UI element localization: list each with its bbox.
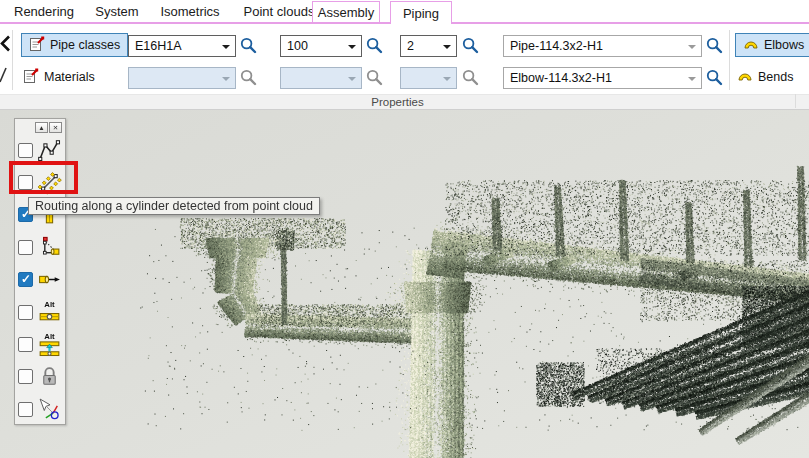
tooltip-text: Routing along a cylinder detected from p… <box>35 199 313 213</box>
checkbox-alt-cylinder[interactable] <box>18 305 33 320</box>
elbow-part-combobox[interactable]: Elbow-114.3x2-H1 <box>503 67 702 89</box>
alt-cylinder-icon[interactable]: Alt <box>36 298 62 326</box>
application-window: Rendering System Isometrics Point clouds… <box>0 0 809 458</box>
checkbox-extend-cylinder[interactable] <box>18 272 33 287</box>
elbows-button[interactable]: Elbows <box>735 33 809 57</box>
search-pipe-size-icon[interactable] <box>365 36 384 55</box>
chevron-down-icon[interactable] <box>222 45 230 49</box>
search-material-schedule-icon[interactable] <box>461 68 480 87</box>
elbow-icon <box>743 37 759 53</box>
bends-label: Bends <box>758 70 793 84</box>
search-material-class-icon[interactable] <box>239 68 258 87</box>
polyline-route-icon[interactable] <box>36 136 62 164</box>
chevron-down-icon[interactable] <box>222 77 230 81</box>
tab-isometrics[interactable]: Isometrics <box>152 1 228 22</box>
chevron-down-icon[interactable] <box>443 77 451 81</box>
ribbon-tab-bar: Rendering System Isometrics Point clouds… <box>0 0 809 24</box>
search-pipe-part-icon[interactable] <box>705 36 724 55</box>
tooltip: Routing along a cylinder detected from p… <box>28 197 320 215</box>
checkbox-angle-from-cylinder[interactable] <box>18 240 33 255</box>
ribbon-properties-group: Pipe classes E16H1A 100 2 Pipe-114.3x2-H… <box>0 24 809 94</box>
tool-row-alt-branch[interactable]: Alt <box>15 328 65 360</box>
materials-icon <box>23 68 39 87</box>
materials-label: Materials <box>44 70 95 84</box>
search-material-size-icon[interactable] <box>365 68 384 87</box>
material-class-combobox[interactable] <box>128 67 236 89</box>
chevron-down-icon[interactable] <box>348 77 356 81</box>
chevron-down-icon[interactable] <box>688 45 696 49</box>
material-schedule-combobox[interactable] <box>400 67 457 89</box>
pipe-classes-button[interactable]: Pipe classes <box>21 33 128 57</box>
tab-piping[interactable]: Piping <box>390 1 452 24</box>
search-elbow-part-icon[interactable] <box>705 68 724 87</box>
group-label-properties: Properties <box>0 96 795 108</box>
tool-row-extend-cylinder[interactable] <box>15 264 65 296</box>
tab-rendering[interactable]: Rendering <box>8 1 80 22</box>
chevron-left-icon[interactable] <box>0 35 10 56</box>
checkbox-lock[interactable] <box>18 369 33 384</box>
svg-text:Alt: Alt <box>44 332 55 341</box>
elbow-part-value: Elbow-114.3x2-H1 <box>510 71 612 85</box>
checkbox-free-move-triad[interactable] <box>18 402 33 417</box>
checkbox-polyline-route[interactable] <box>18 143 33 158</box>
tool-row-angle-from-cylinder[interactable] <box>15 231 65 263</box>
pipe-schedule-value: 2 <box>407 39 414 53</box>
search-pipe-schedule-icon[interactable] <box>461 36 480 55</box>
checkbox-routing-along-cylinder[interactable] <box>18 175 33 190</box>
tool-row-routing-along-cylinder[interactable] <box>15 166 65 198</box>
materials-button[interactable]: Materials <box>21 65 97 89</box>
tool-row-free-move-triad[interactable] <box>15 393 65 425</box>
pipe-size-value: 100 <box>287 39 308 53</box>
clipped-panel-mark <box>0 67 7 87</box>
ribbon-separator <box>12 30 13 90</box>
routing-along-cylinder-icon[interactable] <box>36 169 62 197</box>
panel-titlebar[interactable]: ▲ ✕ <box>15 119 65 134</box>
bends-button[interactable]: Bends <box>735 65 795 89</box>
search-pipe-class-icon[interactable] <box>239 36 258 55</box>
lock-icon[interactable] <box>36 363 62 391</box>
free-move-triad-icon[interactable] <box>36 395 62 423</box>
ribbon-group-bar: Properties <box>0 94 809 110</box>
alt-branch-arrow-icon[interactable]: Alt <box>36 331 62 359</box>
pipe-schedule-combobox[interactable]: 2 <box>400 35 457 57</box>
panel-close-button[interactable]: ✕ <box>49 122 62 133</box>
pipe-class-combobox[interactable]: E16H1A <box>128 35 236 57</box>
tool-row-lock[interactable] <box>15 361 65 393</box>
chevron-down-icon[interactable] <box>443 45 451 49</box>
angle-from-cylinder-icon[interactable] <box>36 233 62 261</box>
tab-system[interactable]: System <box>88 1 146 22</box>
pipe-classes-icon <box>29 36 45 55</box>
panel-collapse-button[interactable]: ▲ <box>35 122 48 133</box>
routing-tool-panel: ▲ ✕ <box>14 118 66 425</box>
pipe-classes-label: Pipe classes <box>50 38 120 52</box>
ribbon-separator <box>729 30 730 90</box>
tool-row-polyline-route[interactable] <box>15 134 65 166</box>
pipe-part-value: Pipe-114.3x2-H1 <box>510 39 603 53</box>
3d-viewport[interactable]: ▲ ✕ <box>0 110 809 458</box>
svg-text:Alt: Alt <box>44 300 55 309</box>
elbows-label: Elbows <box>764 38 804 52</box>
chevron-down-icon[interactable] <box>348 45 356 49</box>
tab-point-clouds[interactable]: Point clouds <box>236 1 322 22</box>
bend-icon <box>737 69 753 85</box>
pipe-size-combobox[interactable]: 100 <box>280 35 362 57</box>
chevron-down-icon[interactable] <box>688 77 696 81</box>
tab-assembly[interactable]: Assembly <box>312 1 380 22</box>
pipe-part-combobox[interactable]: Pipe-114.3x2-H1 <box>503 35 702 57</box>
pipe-class-value: E16H1A <box>135 39 182 53</box>
tool-row-alt-cylinder[interactable]: Alt <box>15 296 65 328</box>
extend-cylinder-arrow-icon[interactable] <box>36 266 62 294</box>
material-size-combobox[interactable] <box>280 67 362 89</box>
checkbox-alt-branch[interactable] <box>18 337 33 352</box>
point-cloud-render[interactable] <box>0 110 809 458</box>
